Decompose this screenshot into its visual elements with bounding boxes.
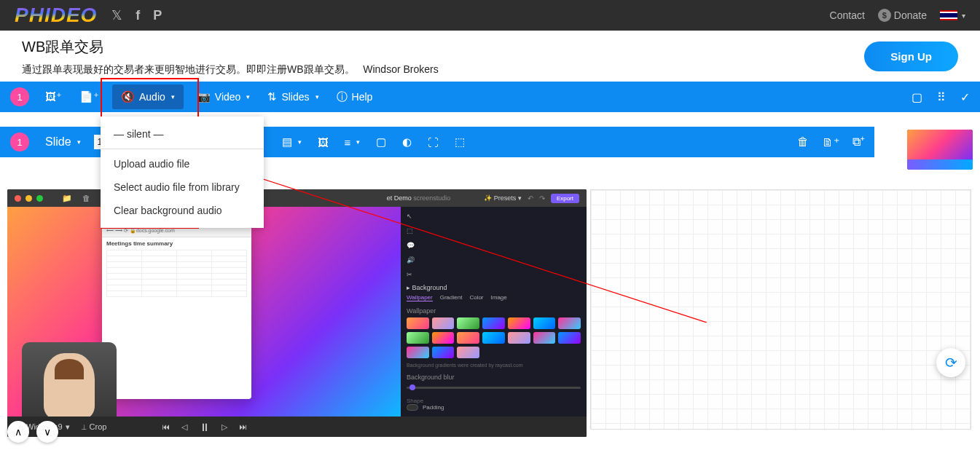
align-icon: ≡ <box>345 136 351 149</box>
contact-link[interactable]: Contact <box>830 9 865 21</box>
image-button[interactable]: 🖼 <box>315 133 332 151</box>
export-button: Export <box>551 194 579 203</box>
chat-icon: 💬 <box>407 242 581 249</box>
scroll-up-button[interactable]: ∧ <box>7 421 29 443</box>
audio-menu-button[interactable]: 🔇 Audio ▾ <box>112 84 184 109</box>
sub-label: screenstudio <box>413 194 450 202</box>
tab-image: Image <box>491 294 507 301</box>
flag-icon <box>940 10 957 20</box>
shape-heading: Shape <box>407 398 581 404</box>
help-icon: ⓘ <box>337 90 348 104</box>
tab-color: Color <box>469 294 483 301</box>
tab-wallpaper: Wallpaper <box>407 294 433 301</box>
cursor-icon: ↖ <box>407 213 581 220</box>
crop-icon: ▢ <box>376 135 386 149</box>
refresh-icon: ⟳ <box>945 354 957 371</box>
chevron-down-icon: ▾ <box>246 93 250 100</box>
chat-button[interactable]: ⟳ <box>936 348 965 377</box>
add-file-button[interactable]: 📄⁺ <box>75 87 103 106</box>
group-button[interactable]: ⬚ <box>452 133 468 151</box>
ad-line: 通过跟单表现最好的交易者来更明智地进行交易。即即注册WB跟单交易。 <box>22 63 355 75</box>
pinterest-icon[interactable]: P <box>153 8 162 23</box>
filter-icon: ◐ <box>402 135 412 149</box>
facebook-icon[interactable]: f <box>136 8 140 23</box>
cut-icon: ✂ <box>407 271 581 278</box>
signup-button[interactable]: Sign Up <box>864 42 958 71</box>
wallpaper-heading: Wallpaper <box>407 307 581 315</box>
crop-tool[interactable]: ⟂ Crop <box>82 422 107 431</box>
step-badge-1: 1 <box>10 87 29 106</box>
sheet-title: Meetings time summary <box>106 240 247 247</box>
canvas-grid[interactable] <box>590 189 971 430</box>
main-toolbar: 1 🖼⁺ 📄⁺ 🔇 Audio ▾ 📷 Video ▾ ⇅ Slides ▾ ⓘ… <box>0 82 980 112</box>
credit-text: Background gradients were created by ray… <box>407 363 581 368</box>
preview-bottom-bar: ▭ Wide 16:9 ▾ ⟂ Crop ⏮ ◁ ⏸ ▷ ⏭ <box>7 417 587 437</box>
padding-label: Padding <box>423 404 444 411</box>
skip-back-icon[interactable]: ⏮ <box>162 422 170 431</box>
slides-menu-button[interactable]: ⇅ Slides ▾ <box>263 87 323 106</box>
language-select[interactable]: ▾ <box>940 10 965 20</box>
traffic-light-min-icon <box>26 195 32 202</box>
dropdown-item-silent[interactable]: — silent — <box>101 122 264 146</box>
pause-icon[interactable]: ⏸ <box>199 421 210 433</box>
skip-fwd-icon[interactable]: ⏭ <box>239 422 247 431</box>
add-image-button[interactable]: 🖼⁺ <box>41 87 66 106</box>
image-plus-icon: 🖼⁺ <box>45 90 62 103</box>
align-button[interactable]: ≡▾ <box>342 133 364 151</box>
dropdown-item-select[interactable]: Select audio file from library <box>101 175 264 199</box>
chevron-down-icon: ▾ <box>77 138 81 146</box>
crop-label: Crop <box>90 422 107 431</box>
filter-button[interactable]: ◐ <box>399 133 415 151</box>
chevron-down-icon: ▾ <box>356 138 360 146</box>
duplicate-icon[interactable]: ⧉⁺ <box>852 135 864 149</box>
slide-menu-button[interactable]: Slide▾ <box>42 133 84 151</box>
trash-icon: 🗑 <box>82 194 90 203</box>
layer-button[interactable]: ▤▾ <box>279 133 305 151</box>
cast-icon[interactable]: ▢ <box>912 90 922 104</box>
bg-label: Background <box>412 284 447 291</box>
check-icon[interactable]: ✓ <box>960 90 970 104</box>
x-icon[interactable]: 𝕏 <box>111 7 122 23</box>
scroll-down-button[interactable]: ∨ <box>36 421 58 443</box>
preview-window[interactable]: 📁 🗑 et Demo screenstudio ✨ Presets ▾ ↶ ↷… <box>7 189 587 437</box>
prev-icon[interactable]: ◁ <box>181 422 187 432</box>
app-header: PHIDEO 𝕏 f P Contact $ Donate ▾ <box>0 0 980 31</box>
video-menu-button[interactable]: 📷 Video ▾ <box>192 87 255 106</box>
logo[interactable]: PHIDEO <box>15 4 97 27</box>
presets-label: Presets <box>494 194 517 202</box>
resize-button[interactable]: ⛶ <box>425 133 442 151</box>
window-titlebar: 📁 🗑 et Demo screenstudio ✨ Presets ▾ ↶ ↷… <box>7 189 587 207</box>
sound-icon: 🔊 <box>407 256 581 264</box>
chevron-down-icon: ▾ <box>315 93 319 100</box>
help-button[interactable]: ⓘ Help <box>332 87 377 107</box>
slide-thumbnail[interactable] <box>907 130 973 170</box>
delete-icon[interactable]: 🗑 <box>797 135 809 149</box>
preview-spreadsheet: ⟵ ⟶ ⟳ 🔒 docs.google.com Meetings time su… <box>102 224 251 399</box>
donate-label: Donate <box>894 9 927 21</box>
donate-link[interactable]: $ Donate <box>878 9 927 22</box>
tab-gradient: Gradient <box>440 294 463 301</box>
dropdown-item-upload[interactable]: Upload audio file <box>101 152 264 175</box>
url-label: docs.google.com <box>136 228 175 233</box>
demo-label: et Demo <box>387 194 412 202</box>
ad-brand: Windsor Brokers <box>363 63 438 75</box>
chevron-down-icon: ▾ <box>298 138 302 146</box>
blur-slider <box>407 387 581 389</box>
ad-title: WB跟单交易 <box>22 35 439 58</box>
padding-toggle <box>407 404 418 411</box>
step-badge-2: 1 <box>10 133 29 151</box>
sort-icon: ⇅ <box>267 90 277 103</box>
resize-icon: ⛶ <box>428 136 439 149</box>
chevron-up-icon: ∧ <box>15 426 22 438</box>
folder-icon: 📁 <box>62 194 72 203</box>
help-label: Help <box>352 91 373 103</box>
dropdown-item-clear[interactable]: Clear background audio <box>101 199 264 222</box>
group-icon: ⬚ <box>455 135 465 149</box>
coin-icon: $ <box>878 9 891 22</box>
grid-icon[interactable]: ⠿ <box>937 90 946 104</box>
next-icon[interactable]: ▷ <box>222 422 227 432</box>
crop-button[interactable]: ▢ <box>373 133 389 151</box>
copy-plus-icon[interactable]: 🗎⁺ <box>822 135 839 149</box>
audio-label: Audio <box>139 91 165 103</box>
chevron-down-icon: ▾ <box>962 12 965 20</box>
